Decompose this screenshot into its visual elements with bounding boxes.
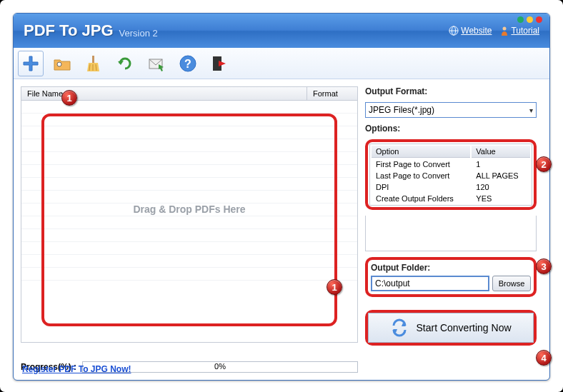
table-row: DPI120 [372, 182, 530, 192]
right-panel: Output Format: JPEG Files(*.jpg) ▾ Optio… [365, 86, 537, 373]
table-row: Last Page to ConvertALL PAGES [372, 171, 530, 181]
start-converting-button[interactable]: Start Converting Now [368, 313, 534, 343]
folder-search-icon [53, 54, 71, 73]
max-dot[interactable] [527, 16, 533, 23]
help-button[interactable]: ? [175, 51, 201, 76]
register-link[interactable]: Register PDF To JPG Now! [22, 364, 131, 374]
chevron-down-icon: ▾ [529, 106, 533, 114]
refresh-button[interactable] [112, 51, 138, 76]
app-title: PDF To JPG [24, 21, 114, 40]
svg-rect-5 [92, 56, 94, 63]
annotation-badge-2: 2 [536, 156, 552, 172]
file-list[interactable]: Drag & Drop PDFs Here [21, 100, 358, 343]
options-header-option[interactable]: Option [372, 146, 470, 158]
left-panel: File Name Format Drag & Drop PDFs Here P… [21, 86, 358, 373]
col-format[interactable]: Format [307, 87, 357, 100]
header-links: Website Tutorial [449, 26, 539, 36]
email-button[interactable] [144, 51, 169, 76]
annotation-frame-4: Start Converting Now [365, 310, 537, 346]
drop-hint: Drag & Drop PDFs Here [133, 203, 245, 215]
refresh-icon [116, 54, 134, 73]
table-row: Create Output FoldersYES [372, 194, 530, 203]
tutorial-link[interactable]: Tutorial [500, 26, 539, 36]
annotation-badge-3: 3 [536, 258, 552, 274]
app-window: PDF To JPG Version 2 Website Tutorial [13, 13, 550, 381]
options-header-value[interactable]: Value [472, 146, 530, 158]
toolbar: ? [14, 48, 549, 79]
annotation-badge-4: 4 [536, 350, 552, 366]
content-area: File Name Format Drag & Drop PDFs Here P… [14, 79, 549, 380]
annotation-badge-1a: 1 [61, 90, 77, 106]
exit-icon [210, 54, 229, 73]
app-version: Version 2 [119, 28, 158, 39]
options-blank [365, 216, 537, 251]
svg-text:?: ? [184, 58, 191, 70]
svg-point-4 [57, 62, 61, 66]
options-label: Options: [365, 124, 537, 134]
clear-button[interactable] [81, 51, 106, 76]
plus-icon [21, 54, 41, 74]
annotation-frame-3: Output Folder: C:\output Browse [365, 257, 537, 297]
table-row: First Page to Convert1 [372, 159, 530, 169]
convert-icon [390, 318, 409, 337]
add-file-button[interactable] [18, 51, 44, 76]
options-table[interactable]: Option Value First Page to Convert1 Last… [369, 144, 532, 206]
output-format-label: Output Format: [365, 86, 537, 96]
min-dot[interactable] [517, 16, 524, 23]
titlebar: PDF To JPG Version 2 Website Tutorial [14, 14, 549, 48]
progress-value: 0% [214, 362, 226, 371]
website-link[interactable]: Website [449, 26, 492, 36]
exit-button[interactable] [206, 51, 232, 76]
annotation-frame-2: Option Value First Page to Convert1 Last… [365, 139, 537, 210]
window-controls [517, 16, 542, 23]
svg-point-3 [503, 27, 507, 31]
browse-button[interactable]: Browse [492, 276, 531, 291]
help-icon: ? [179, 54, 197, 73]
output-format-select[interactable]: JPEG Files(*.jpg) ▾ [365, 102, 537, 118]
annotation-frame-1 [41, 114, 337, 326]
broom-icon [84, 54, 103, 73]
globe-icon [449, 26, 459, 36]
close-dot[interactable] [536, 16, 542, 23]
mail-icon [147, 54, 166, 73]
output-folder-input[interactable]: C:\output [371, 276, 489, 291]
output-folder-label: Output Folder: [371, 263, 531, 273]
person-icon [500, 26, 509, 36]
annotation-badge-1b: 1 [327, 279, 342, 295]
add-folder-button[interactable] [49, 51, 75, 76]
